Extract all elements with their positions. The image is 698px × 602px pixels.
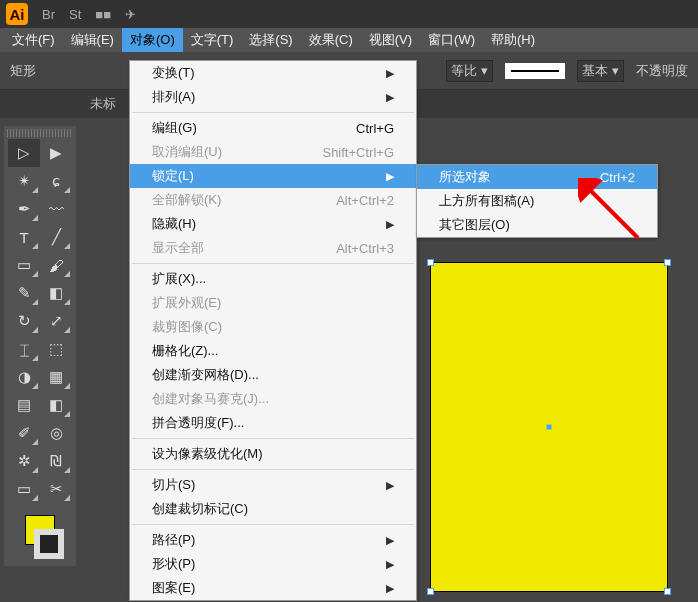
menu-item-label: 其它图层(O) bbox=[439, 216, 510, 234]
menu-file[interactable]: 文件(F) bbox=[4, 28, 63, 52]
pen-tool[interactable]: ✒ bbox=[8, 195, 40, 223]
scale-select[interactable]: 等比▾ bbox=[446, 60, 493, 82]
object-menu-item-12[interactable]: 裁剪图像(C) bbox=[130, 315, 416, 339]
object-menu-item-4[interactable]: 取消编组(U)Shift+Ctrl+G bbox=[130, 140, 416, 164]
menu-item-label: 编组(G) bbox=[152, 119, 197, 137]
menu-item-label: 裁剪图像(C) bbox=[152, 318, 222, 336]
object-menu-item-21[interactable]: 创建裁切标记(C) bbox=[130, 497, 416, 521]
handle-bl[interactable] bbox=[427, 588, 434, 595]
menu-effect[interactable]: 效果(C) bbox=[301, 28, 361, 52]
stroke-preview[interactable] bbox=[505, 63, 565, 79]
menu-view[interactable]: 视图(V) bbox=[361, 28, 420, 52]
artboard-rectangle[interactable] bbox=[430, 262, 668, 592]
object-menu-item-3[interactable]: 编组(G)Ctrl+G bbox=[130, 116, 416, 140]
submenu-arrow-icon: ▶ bbox=[386, 582, 394, 595]
object-menu-item-15[interactable]: 创建对象马赛克(J)... bbox=[130, 387, 416, 411]
object-menu-item-6[interactable]: 全部解锁(K)Alt+Ctrl+2 bbox=[130, 188, 416, 212]
menu-item-label: 设为像素级优化(M) bbox=[152, 445, 263, 463]
object-menu-item-18[interactable]: 设为像素级优化(M) bbox=[130, 442, 416, 466]
menu-item-shortcut: Alt+Ctrl+3 bbox=[336, 241, 394, 256]
basic-select[interactable]: 基本▾ bbox=[577, 60, 624, 82]
menu-item-label: 排列(A) bbox=[152, 88, 195, 106]
submenu-arrow-icon: ▶ bbox=[386, 534, 394, 547]
tool-panel: ▷▶ ✴ɕ ✒〰 T╱ ▭🖌 ✎◧ ↻⤢ ⌶⬚ ◑▦ ▤◧ ✐◎ ✲₪ ▭✂ bbox=[4, 126, 76, 566]
object-menu-item-5[interactable]: 锁定(L)▶ bbox=[130, 164, 416, 188]
menu-item-label: 所选对象 bbox=[439, 168, 491, 186]
menu-item-label: 创建裁切标记(C) bbox=[152, 500, 248, 518]
menu-type[interactable]: 文字(T) bbox=[183, 28, 242, 52]
object-menu-item-24[interactable]: 形状(P)▶ bbox=[130, 552, 416, 576]
direct-selection-tool[interactable]: ▶ bbox=[40, 139, 72, 167]
layout-icon[interactable]: ■■ bbox=[95, 7, 111, 22]
object-menu-item-7[interactable]: 隐藏(H)▶ bbox=[130, 212, 416, 236]
scale-tool[interactable]: ⤢ bbox=[40, 307, 72, 335]
object-menu-item-0[interactable]: 变换(T)▶ bbox=[130, 61, 416, 85]
basic-select-label: 基本 bbox=[582, 62, 608, 80]
free-transform-tool[interactable]: ⬚ bbox=[40, 335, 72, 363]
line-tool[interactable]: ╱ bbox=[40, 223, 72, 251]
submenu-arrow-icon: ▶ bbox=[386, 479, 394, 492]
shaper-tool[interactable]: ✎ bbox=[8, 279, 40, 307]
object-menu-item-11[interactable]: 扩展外观(E) bbox=[130, 291, 416, 315]
paintbrush-tool[interactable]: 🖌 bbox=[40, 251, 72, 279]
menu-item-label: 隐藏(H) bbox=[152, 215, 196, 233]
menu-item-label: 扩展外观(E) bbox=[152, 294, 221, 312]
lock-submenu-item-1[interactable]: 上方所有图稿(A) bbox=[417, 189, 657, 213]
object-menu-item-10[interactable]: 扩展(X)... bbox=[130, 267, 416, 291]
submenu-arrow-icon: ▶ bbox=[386, 91, 394, 104]
object-menu-item-1[interactable]: 排列(A)▶ bbox=[130, 85, 416, 109]
magic-wand-tool[interactable]: ✴ bbox=[8, 167, 40, 195]
handle-tr[interactable] bbox=[664, 259, 671, 266]
menu-item-label: 栅格化(Z)... bbox=[152, 342, 218, 360]
curvature-tool[interactable]: 〰 bbox=[40, 195, 72, 223]
br-icon[interactable]: Br bbox=[42, 7, 55, 22]
eraser-tool[interactable]: ◧ bbox=[40, 279, 72, 307]
selection-tool[interactable]: ▷ bbox=[8, 139, 40, 167]
slice-tool[interactable]: ✂ bbox=[40, 475, 72, 503]
rectangle-tool[interactable]: ▭ bbox=[8, 251, 40, 279]
eyedropper-tool[interactable]: ✐ bbox=[8, 419, 40, 447]
lock-submenu-item-2[interactable]: 其它图层(O) bbox=[417, 213, 657, 237]
lasso-tool[interactable]: ɕ bbox=[40, 167, 72, 195]
mesh-tool[interactable]: ▤ bbox=[8, 391, 40, 419]
object-menu-item-25[interactable]: 图案(E)▶ bbox=[130, 576, 416, 600]
opacity-label: 不透明度 bbox=[636, 62, 688, 80]
object-menu-item-8[interactable]: 显示全部Alt+Ctrl+3 bbox=[130, 236, 416, 260]
menu-window[interactable]: 窗口(W) bbox=[420, 28, 483, 52]
type-tool[interactable]: T bbox=[8, 223, 40, 251]
handle-tl[interactable] bbox=[427, 259, 434, 266]
menu-item-label: 变换(T) bbox=[152, 64, 195, 82]
menu-item-shortcut: Ctrl+2 bbox=[600, 170, 635, 185]
object-menu-item-14[interactable]: 创建渐变网格(D)... bbox=[130, 363, 416, 387]
stroke-swatch[interactable] bbox=[34, 529, 64, 559]
graph-tool[interactable]: ₪ bbox=[40, 447, 72, 475]
width-tool[interactable]: ⌶ bbox=[8, 335, 40, 363]
menu-item-shortcut: Alt+Ctrl+2 bbox=[336, 193, 394, 208]
menu-item-shortcut: Shift+Ctrl+G bbox=[322, 145, 394, 160]
menu-item-label: 切片(S) bbox=[152, 476, 195, 494]
perspective-tool[interactable]: ▦ bbox=[40, 363, 72, 391]
menu-item-label: 上方所有图稿(A) bbox=[439, 192, 534, 210]
artboard-tool[interactable]: ▭ bbox=[8, 475, 40, 503]
object-menu-item-23[interactable]: 路径(P)▶ bbox=[130, 528, 416, 552]
st-icon[interactable]: St bbox=[69, 7, 81, 22]
doc-tab[interactable]: 未标 bbox=[90, 95, 116, 113]
lock-submenu-item-0[interactable]: 所选对象Ctrl+2 bbox=[417, 165, 657, 189]
panel-handle[interactable] bbox=[7, 129, 73, 137]
menu-object[interactable]: 对象(O) bbox=[122, 28, 183, 52]
handle-br[interactable] bbox=[664, 588, 671, 595]
menu-edit[interactable]: 编辑(E) bbox=[63, 28, 122, 52]
rocket-icon[interactable]: ✈ bbox=[125, 7, 136, 22]
object-menu-item-13[interactable]: 栅格化(Z)... bbox=[130, 339, 416, 363]
object-menu-item-16[interactable]: 拼合透明度(F)... bbox=[130, 411, 416, 435]
menu-help[interactable]: 帮助(H) bbox=[483, 28, 543, 52]
symbol-sprayer-tool[interactable]: ✲ bbox=[8, 447, 40, 475]
blend-tool[interactable]: ◎ bbox=[40, 419, 72, 447]
submenu-arrow-icon: ▶ bbox=[386, 67, 394, 80]
menu-item-label: 路径(P) bbox=[152, 531, 195, 549]
rotate-tool[interactable]: ↻ bbox=[8, 307, 40, 335]
gradient-tool[interactable]: ◧ bbox=[40, 391, 72, 419]
shape-builder-tool[interactable]: ◑ bbox=[8, 363, 40, 391]
menu-select[interactable]: 选择(S) bbox=[241, 28, 300, 52]
object-menu-item-20[interactable]: 切片(S)▶ bbox=[130, 473, 416, 497]
